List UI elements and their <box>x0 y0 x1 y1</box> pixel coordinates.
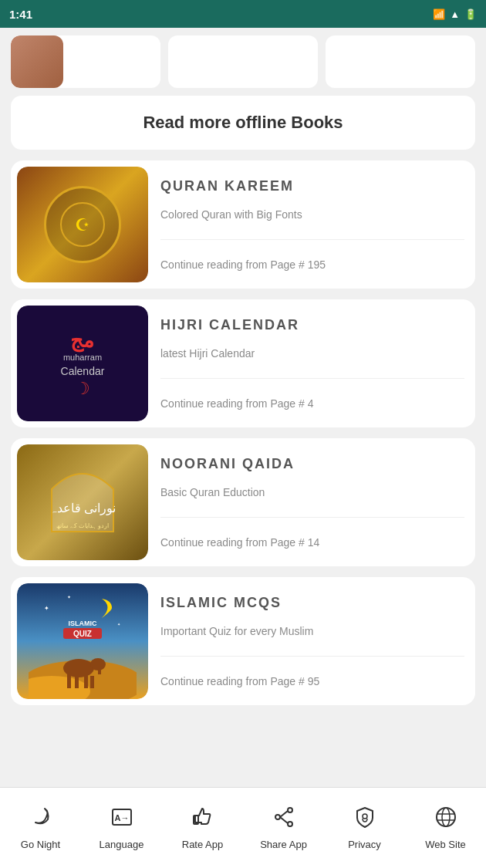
hijri-icon-container: مج muharram Calendar ☽ <box>17 306 148 421</box>
moon-icon <box>29 806 52 834</box>
nav-item-language[interactable]: A→ Language <box>81 798 162 858</box>
status-icons: 📶 ▲ 🔋 <box>433 8 477 20</box>
quran-info: Quran Kareem Colored Quran with Big Font… <box>154 160 475 289</box>
quran-divider <box>160 239 464 240</box>
nav-label-go-night: Go Night <box>21 839 60 850</box>
mcqs-progress: Continue reading from Page # 95 <box>160 675 464 687</box>
hijri-moon: ☽ <box>61 379 105 399</box>
main-content: Read more offline Books ☪ Quran Kareem C… <box>0 28 486 787</box>
mcqs-title: Islamic Mcqs <box>160 595 464 611</box>
nav-item-web-site[interactable]: Web Site <box>405 798 486 858</box>
svg-point-29 <box>442 808 450 826</box>
quran-book-icon: ☪ <box>17 167 148 282</box>
noorani-icon-container: نورانی قاعدہ اردو ہدایات کے ساتھ <box>17 444 148 560</box>
noorani-title: Noorani Qaida <box>160 456 464 472</box>
website-icon <box>434 806 457 834</box>
svg-text:ISLAMIC: ISLAMIC <box>69 620 97 627</box>
language-svg: A→ <box>110 806 133 829</box>
website-svg <box>434 806 457 829</box>
hijri-title: Hijri Calendar <box>160 317 464 333</box>
svg-point-27 <box>363 814 367 819</box>
status-time: 1:41 <box>9 8 32 21</box>
nav-label-language: Language <box>100 839 144 850</box>
hijri-mj-text: مج <box>61 329 105 353</box>
svg-text:اردو ہدایات کے ساتھ: اردو ہدایات کے ساتھ <box>56 522 110 529</box>
nav-item-privacy[interactable]: Privacy <box>324 798 405 858</box>
quran-title: Quran Kareem <box>160 178 464 194</box>
noorani-subtitle: Basic Quran Eduction <box>160 486 464 498</box>
partial-book-img <box>11 35 63 88</box>
svg-text:☪: ☪ <box>75 215 90 235</box>
mcqs-icon-container: ✦ ✦ ✦ ISLAMIC QUIZ <box>17 583 148 699</box>
svg-rect-9 <box>84 674 88 688</box>
svg-text:نورانی قاعدہ: نورانی قاعدہ <box>49 502 116 515</box>
partial-card-mid <box>168 35 318 88</box>
svg-text:✦: ✦ <box>67 595 71 599</box>
noorani-svg: نورانی قاعدہ اردو ہدایات کے ساتھ <box>40 454 125 547</box>
noorani-info: Noorani Qaida Basic Quran Eduction Conti… <box>154 438 475 566</box>
hijri-progress: Continue reading from Page # 4 <box>160 397 464 410</box>
partial-card-right <box>326 35 475 88</box>
book-card-noorani[interactable]: نورانی قاعدہ اردو ہدایات کے ساتھ Noorani… <box>11 438 475 566</box>
thumbsup-svg <box>191 806 214 829</box>
noorani-divider <box>160 517 464 518</box>
moon-svg <box>29 806 52 829</box>
signal-icon: ▲ <box>450 8 460 20</box>
svg-rect-8 <box>75 676 79 688</box>
wifi-icon: 📶 <box>433 8 445 20</box>
svg-text:✦: ✦ <box>44 605 49 612</box>
mcqs-divider <box>160 656 464 657</box>
svg-line-26 <box>280 817 288 823</box>
nav-label-share-app: Share App <box>260 839 307 850</box>
book-list: ☪ Quran Kareem Colored Quran with Big Fo… <box>11 160 475 705</box>
partial-card-left <box>11 35 160 88</box>
svg-point-22 <box>288 808 292 812</box>
svg-rect-10 <box>90 676 94 688</box>
quran-svg: ☪ <box>59 201 106 248</box>
nav-item-rate-app[interactable]: Rate App <box>162 798 243 858</box>
svg-text:A→: A→ <box>114 813 129 822</box>
battery-icon: 🔋 <box>464 8 477 20</box>
svg-rect-12 <box>98 664 101 674</box>
language-icon: A→ <box>110 806 133 834</box>
read-more-button[interactable]: Read more offline Books <box>11 96 475 150</box>
svg-rect-7 <box>67 674 71 688</box>
quran-icon-inner: ☪ <box>44 186 121 263</box>
nav-item-share-app[interactable]: Share App <box>243 798 324 858</box>
svg-line-25 <box>280 811 288 817</box>
svg-text:✦: ✦ <box>117 622 120 627</box>
quran-subtitle: Colored Quran with Big Fonts <box>160 208 464 221</box>
hijri-divider <box>160 378 464 379</box>
thumbsup-icon <box>191 806 214 834</box>
nav-label-privacy: Privacy <box>348 839 381 850</box>
status-bar: 1:41 📶 ▲ 🔋 <box>0 0 486 28</box>
noorani-progress: Continue reading from Page # 14 <box>160 536 464 549</box>
hijri-info: Hijri Calendar latest Hijri Calendar Con… <box>154 299 475 427</box>
hijri-subtitle: latest Hijri Calendar <box>160 347 464 360</box>
svg-point-23 <box>288 822 292 826</box>
book-card-mcqs[interactable]: ✦ ✦ ✦ ISLAMIC QUIZ Islamic Mcqs Importan… <box>11 577 475 705</box>
svg-point-24 <box>275 815 280 819</box>
mcqs-svg: ✦ ✦ ✦ ISLAMIC QUIZ <box>29 583 137 699</box>
book-card-hijri[interactable]: مج muharram Calendar ☽ Hijri Calendar la… <box>11 299 475 427</box>
book-card-quran[interactable]: ☪ Quran Kareem Colored Quran with Big Fo… <box>11 160 475 289</box>
privacy-icon <box>353 806 376 834</box>
hijri-book-icon: مج muharram Calendar ☽ <box>17 306 148 421</box>
mcqs-info: Islamic Mcqs Important Quiz for every Mu… <box>154 577 475 705</box>
mcqs-book-icon: ✦ ✦ ✦ ISLAMIC QUIZ <box>17 583 148 699</box>
share-svg <box>272 806 295 829</box>
noorani-icon-inner: نورانی قاعدہ اردو ہدایات کے ساتھ <box>40 454 125 550</box>
share-icon <box>272 806 295 834</box>
nav-label-web-site: Web Site <box>425 839 466 850</box>
hijri-icon-inner: مج muharram Calendar ☽ <box>61 329 105 399</box>
noorani-book-icon: نورانی قاعدہ اردو ہدایات کے ساتھ <box>17 444 148 560</box>
hijri-calendar-label: Calendar <box>61 365 105 377</box>
quran-progress: Continue reading from Page # 195 <box>160 258 464 271</box>
quran-icon-container: ☪ <box>17 167 148 282</box>
nav-item-go-night[interactable]: Go Night <box>0 798 81 858</box>
privacy-svg <box>353 806 376 829</box>
partial-top-row <box>11 35 475 88</box>
svg-text:QUIZ: QUIZ <box>73 630 92 638</box>
mcqs-subtitle: Important Quiz for every Muslim <box>160 625 464 637</box>
bottom-nav: Go Night A→ Language Rate App <box>0 787 486 868</box>
